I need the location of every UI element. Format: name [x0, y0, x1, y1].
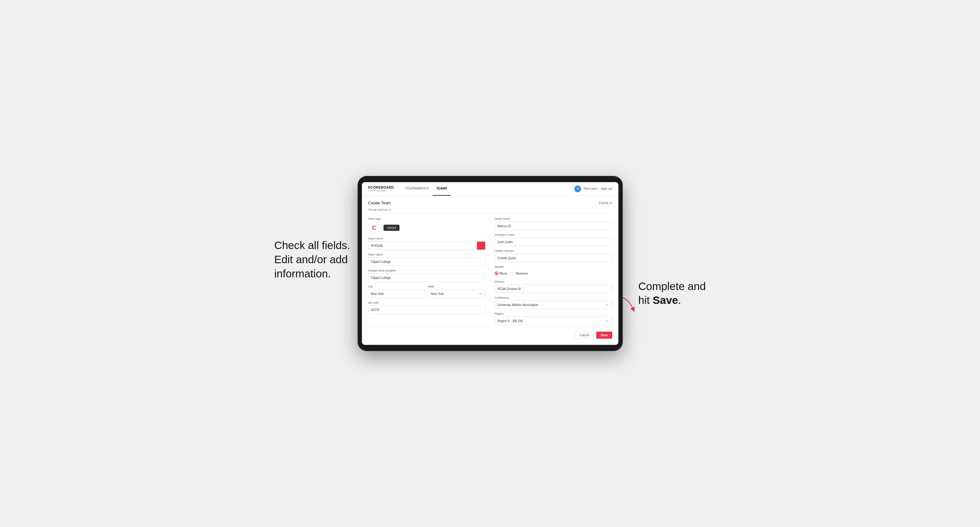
color-swatch[interactable] — [477, 241, 485, 250]
form-grid: Team logo C Upload Team colour — [368, 217, 612, 325]
gender-womens-option[interactable]: Womens — [511, 271, 528, 275]
form-left: Team logo C Upload Team colour — [368, 217, 485, 325]
head-coach-group: Head Coach — [495, 217, 612, 230]
city-state-group: City State New York California — [368, 285, 485, 298]
main-content: Create Team Cancel ✕ TEAM DETAILS Team l… — [362, 196, 618, 345]
upload-button[interactable]: Upload — [383, 225, 400, 231]
region-select[interactable]: Region II - (M) DIII — [495, 316, 612, 325]
state-select[interactable]: New York California Texas — [428, 289, 485, 298]
assistant-coach-label: Assistant Coach — [495, 233, 612, 237]
region-clear-icon[interactable]: ✕ — [606, 319, 608, 322]
tablet-screen: SCOREBOARD Powered by clippd TOURNAMENTS… — [362, 182, 618, 345]
display-name-label: Display name (unique) — [368, 269, 485, 272]
nav-links: TOURNAMENTS TEAMS — [401, 182, 574, 196]
zip-label: Zip code — [368, 301, 485, 304]
division-group: Division NCAA Division III NCAA Division… — [495, 280, 612, 293]
team-logo-group: Team logo C Upload — [368, 217, 485, 234]
logo-circle: C — [368, 222, 380, 234]
page-title: Create Team — [368, 201, 391, 205]
state-group: State New York California Texas — [428, 285, 485, 298]
division-label: Division — [495, 280, 612, 283]
form-right: Head Coach Assistant Coach Athletic Dire… — [495, 217, 612, 325]
gender-mens-option[interactable]: Mens — [495, 271, 507, 275]
city-state-row: City State New York California — [368, 285, 485, 298]
division-select-wrapper: NCAA Division III NCAA Division I NCAA D… — [495, 284, 612, 293]
athletic-director-label: Athletic Director — [495, 249, 612, 252]
page-wrapper: Check all fields. Edit and/or add inform… — [274, 176, 706, 351]
nav-tournaments[interactable]: TOURNAMENTS — [401, 182, 433, 196]
mens-radio-dot — [495, 271, 498, 275]
team-name-input[interactable] — [368, 257, 485, 266]
team-colour-group: Team colour — [368, 237, 485, 250]
team-name-group: Team name — [368, 253, 485, 266]
section-label: TEAM DETAILS — [368, 208, 612, 214]
tablet-frame: SCOREBOARD Powered by clippd TOURNAMENTS… — [358, 176, 623, 351]
save-button[interactable]: Save — [596, 332, 612, 339]
region-select-wrapper: Region II - (M) DIII ✕ ⌄ — [495, 316, 612, 325]
state-clear-icon[interactable]: ✕ — [479, 292, 482, 295]
head-coach-label: Head Coach — [495, 217, 612, 221]
conference-clear-icon[interactable]: ✕ — [606, 303, 608, 306]
conference-label: Conference — [495, 296, 612, 299]
head-coach-input[interactable] — [495, 222, 612, 230]
display-name-input[interactable] — [368, 273, 485, 282]
logo-area: C Upload — [368, 222, 485, 234]
user-avatar: T — [574, 186, 581, 192]
display-name-group: Display name (unique) — [368, 269, 485, 282]
team-logo-label: Team logo — [368, 217, 485, 221]
gender-label: Gender — [495, 265, 612, 268]
city-input[interactable] — [368, 289, 426, 298]
city-label: City — [368, 285, 426, 288]
conference-select-wrapper: University Athletic Association ✕ ⌄ — [495, 300, 612, 309]
cancel-button[interactable]: Cancel — [575, 332, 594, 339]
brand-title: SCOREBOARD — [368, 186, 394, 189]
brand: SCOREBOARD Powered by clippd — [368, 186, 394, 192]
color-input-group — [368, 241, 485, 250]
annotation-right: Complete and hit Save. — [638, 279, 706, 308]
annotation-left: Check all fields. Edit and/or add inform… — [274, 238, 350, 281]
nav-user-text: Test User | — [584, 187, 598, 190]
region-group: Region Region II - (M) DIII ✕ ⌄ — [495, 312, 612, 325]
womens-radio-dot — [511, 271, 514, 275]
conference-select[interactable]: University Athletic Association — [495, 300, 612, 309]
city-group: City — [368, 285, 426, 298]
assistant-coach-group: Assistant Coach — [495, 233, 612, 246]
brand-subtitle: Powered by clippd — [368, 189, 394, 192]
conference-group: Conference University Athletic Associati… — [495, 296, 612, 309]
form-footer: Cancel Save — [368, 328, 612, 340]
team-colour-input[interactable] — [368, 241, 477, 250]
zip-input[interactable] — [368, 305, 485, 314]
nav-right: T Test User | Sign out — [574, 186, 612, 192]
gender-radio-group: Mens Womens — [495, 270, 612, 277]
region-label: Region — [495, 312, 612, 315]
header-cancel-button[interactable]: Cancel ✕ — [599, 201, 612, 205]
navbar: SCOREBOARD Powered by clippd TOURNAMENTS… — [362, 182, 618, 196]
nav-teams[interactable]: TEAMS — [433, 182, 451, 196]
state-select-wrapper: New York California Texas ✕ ⌄ — [428, 289, 485, 298]
athletic-director-input[interactable] — [495, 254, 612, 262]
athletic-director-group: Athletic Director — [495, 249, 612, 262]
page-header: Create Team Cancel ✕ — [368, 201, 612, 205]
division-select[interactable]: NCAA Division III NCAA Division I NCAA D… — [495, 284, 612, 293]
team-name-label: Team name — [368, 253, 485, 256]
state-label: State — [428, 285, 485, 288]
assistant-coach-input[interactable] — [495, 238, 612, 246]
team-colour-label: Team colour — [368, 237, 485, 240]
gender-group: Gender Mens Womens — [495, 265, 612, 277]
signout-link[interactable]: Sign out — [601, 187, 612, 190]
zip-group: Zip code — [368, 301, 485, 314]
